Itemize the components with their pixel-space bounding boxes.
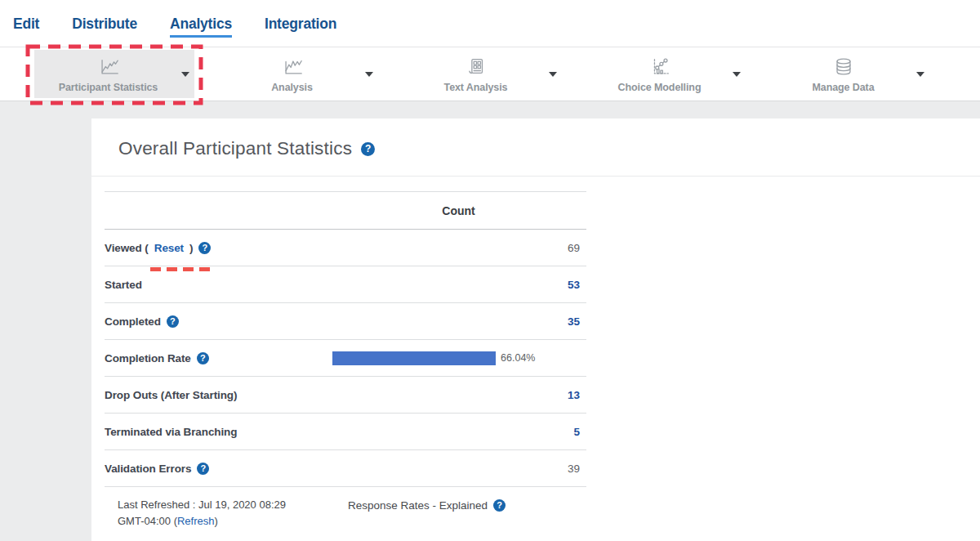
title-row: Overall Participant Statistics ?: [91, 118, 980, 159]
started-label: Started: [105, 279, 142, 291]
line-chart-icon: [96, 56, 121, 78]
dropdown-caret-icon[interactable]: [549, 72, 557, 77]
content-panel: Overall Participant Statistics ? Count V…: [91, 118, 980, 541]
page-title: Overall Participant Statistics: [118, 138, 352, 159]
row-label-drop-outs: Drop Outs (After Starting): [105, 389, 331, 401]
response-rates-help-icon[interactable]: ?: [493, 499, 506, 512]
nav-item-integration[interactable]: Integration: [265, 16, 336, 38]
count-value-completed: 35: [331, 315, 586, 328]
participant-stats-table: Count Viewed ( Reset ) ? 69 Started 53 C…: [105, 191, 586, 530]
row-label-terminated: Terminated via Branching: [105, 426, 331, 438]
count-column-header: Count: [331, 204, 586, 217]
row-label-completion-rate: Completion Rate ?: [105, 352, 331, 364]
toolbar-item-label: Choice Modelling: [618, 82, 702, 93]
table-row-terminated: Terminated via Branching 5: [105, 414, 586, 450]
table-row-viewed: Viewed ( Reset ) ? 69: [105, 230, 586, 266]
dropdown-caret-icon[interactable]: [733, 72, 741, 77]
completed-help-icon[interactable]: ?: [167, 315, 179, 328]
database-icon: [831, 56, 856, 78]
toolbar-item-analysis[interactable]: Analysis: [200, 47, 384, 101]
toolbar-item-label: Text Analysis: [444, 82, 508, 93]
terminated-label: Terminated via Branching: [105, 426, 237, 438]
count-value-viewed: 69: [331, 242, 586, 254]
row-label-started: Started: [105, 279, 331, 291]
response-rates-label: Response Rates - Explained: [348, 499, 488, 512]
toolbar-item-label: Participant Statistics: [59, 82, 158, 93]
row-label-completed: Completed ?: [105, 315, 331, 328]
table-row-drop-outs: Drop Outs (After Starting) 13: [105, 377, 586, 414]
completion-rate-cell: 66.04%: [331, 351, 586, 365]
toolbar-item-participant-statistics[interactable]: Participant Statistics: [16, 47, 200, 101]
validation-errors-label: Validation Errors: [105, 463, 191, 475]
title-help-icon[interactable]: ?: [361, 142, 375, 156]
row-label-validation-errors: Validation Errors ?: [105, 463, 331, 475]
dropdown-caret-icon[interactable]: [181, 72, 189, 77]
refresh-link[interactable]: Refresh: [177, 515, 215, 527]
viewed-label-suffix: ): [189, 242, 193, 254]
count-value-validation-errors: 39: [331, 463, 586, 475]
zigzag-chart-icon: [280, 56, 305, 78]
row-label-viewed: Viewed ( Reset ) ?: [105, 242, 331, 254]
count-value-drop-outs: 13: [331, 389, 586, 401]
dropdown-caret-icon[interactable]: [365, 72, 373, 77]
toolbar-item-label: Manage Data: [812, 82, 874, 93]
table-row-validation-errors: Validation Errors ? 39: [105, 450, 586, 487]
table-footer: Last Refreshed : Jul 19, 2020 08:29 GMT-…: [118, 497, 599, 530]
toolbar-item-manage-data[interactable]: Manage Data: [751, 47, 935, 101]
scatter-chart-icon: [648, 56, 672, 78]
analytics-toolbar: Participant Statistics Analysis: [0, 47, 980, 101]
count-value-terminated: 5: [331, 426, 586, 438]
table-row-completed: Completed ? 35: [105, 303, 586, 340]
completion-rate-percent: 66.04%: [501, 352, 535, 364]
top-nav: Edit Distribute Analytics Integration: [0, 0, 980, 47]
dropdown-caret-icon[interactable]: [916, 72, 924, 77]
drop-outs-label: Drop Outs (After Starting): [105, 389, 237, 401]
annotation-dashed-underline: [150, 267, 211, 271]
completion-rate-label: Completion Rate: [105, 352, 191, 364]
completion-rate-bar: [332, 351, 496, 365]
nav-item-edit[interactable]: Edit: [13, 16, 39, 38]
completed-label: Completed: [105, 315, 161, 328]
reset-link[interactable]: Reset: [154, 242, 184, 254]
table-header-row: Count: [105, 191, 586, 230]
last-refreshed-line2-suffix: ): [215, 515, 218, 527]
viewed-help-icon[interactable]: ?: [198, 242, 211, 254]
count-value-started: 53: [331, 279, 586, 291]
table-row-completion-rate: Completion Rate ? 66.04%: [105, 340, 586, 377]
nav-item-analytics[interactable]: Analytics: [170, 16, 232, 38]
table-row-started: Started 53: [105, 266, 586, 303]
last-refreshed-line2-prefix: GMT-04:00 (: [118, 515, 177, 527]
viewed-label-prefix: Viewed (: [105, 242, 149, 254]
nav-item-distribute[interactable]: Distribute: [72, 16, 137, 38]
last-refreshed: Last Refreshed : Jul 19, 2020 08:29 GMT-…: [118, 497, 346, 530]
toolbar-item-text-analysis[interactable]: Text Analysis: [384, 47, 568, 101]
title-divider: [91, 176, 980, 177]
completion-rate-help-icon[interactable]: ?: [197, 352, 209, 364]
last-refreshed-line1: Last Refreshed : Jul 19, 2020 08:29: [118, 499, 286, 511]
validation-errors-help-icon[interactable]: ?: [197, 463, 209, 475]
completion-rate-bar-track: 66.04%: [332, 351, 580, 365]
toolbar-item-label: Analysis: [271, 82, 313, 93]
toolbar-item-choice-modelling[interactable]: Choice Modelling: [568, 47, 751, 101]
document-grid-icon: [464, 56, 488, 78]
response-rates-explained: Response Rates - Explained ?: [348, 497, 506, 513]
